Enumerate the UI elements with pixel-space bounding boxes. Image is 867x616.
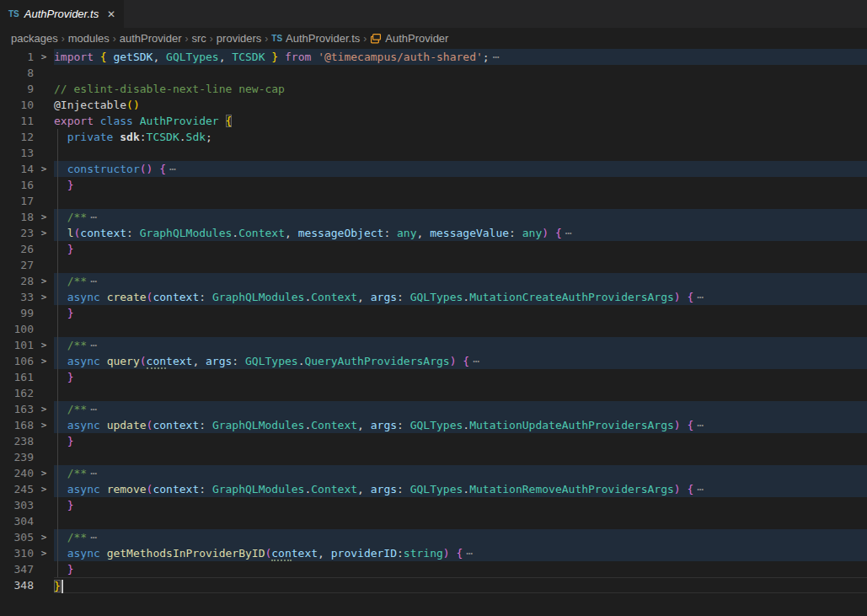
fold-chevron-icon[interactable]: >	[34, 273, 54, 289]
folded-code-ellipsis[interactable]: ⋯	[693, 483, 704, 495]
code-content[interactable]: import { getSDK, GQLTypes, TCSDK } from …	[54, 49, 867, 65]
fold-chevron-icon[interactable]: >	[34, 289, 54, 305]
code-line-106[interactable]: 106> async query(context, args: GQLTypes…	[0, 353, 867, 369]
folded-code-ellipsis[interactable]: ⋯	[87, 275, 97, 287]
code-content[interactable]: /**⋯	[54, 337, 867, 353]
code-line-23[interactable]: 23> l(context: GraphQLModules.Context, m…	[0, 225, 867, 241]
folded-code-ellipsis[interactable]: ⋯	[87, 211, 97, 223]
code-line-305[interactable]: 305> /**⋯	[0, 529, 867, 545]
code-content[interactable]	[54, 145, 867, 161]
fold-chevron-icon[interactable]: >	[34, 545, 54, 561]
code-content[interactable]: async update(context: GraphQLModules.Con…	[54, 417, 867, 433]
fold-chevron-icon[interactable]: >	[34, 225, 54, 241]
code-line-26[interactable]: 26 }	[0, 241, 867, 257]
code-content[interactable]: async create(context: GraphQLModules.Con…	[54, 289, 867, 305]
code-content[interactable]: async getMethodsInProviderByID(context, …	[54, 545, 867, 561]
breadcrumb-item-authprovider[interactable]: AuthProvider	[370, 32, 448, 45]
code-line-162[interactable]: 162	[0, 385, 867, 401]
folded-code-ellipsis[interactable]: ⋯	[87, 403, 97, 415]
code-content[interactable]: /**⋯	[54, 209, 867, 225]
code-content[interactable]: async query(context, args: GQLTypes.Quer…	[54, 353, 867, 369]
code-line-1[interactable]: 1>import { getSDK, GQLTypes, TCSDK } fro…	[0, 49, 867, 65]
breadcrumb-item-packages[interactable]: packages	[11, 32, 58, 45]
folded-code-ellipsis[interactable]: ⋯	[693, 419, 704, 431]
code-content[interactable]	[54, 65, 867, 81]
code-line-99[interactable]: 99 }	[0, 305, 867, 321]
folded-code-ellipsis[interactable]: ⋯	[87, 467, 97, 479]
code-line-100[interactable]: 100	[0, 321, 867, 337]
code-line-11[interactable]: 11export class AuthProvider {	[0, 113, 867, 129]
code-line-17[interactable]: 17	[0, 193, 867, 209]
folded-code-ellipsis[interactable]: ⋯	[469, 355, 479, 367]
code-content[interactable]: }	[54, 305, 867, 321]
code-content[interactable]: /**⋯	[54, 465, 867, 481]
fold-chevron-icon[interactable]: >	[34, 417, 54, 433]
fold-chevron-icon[interactable]: >	[34, 337, 54, 353]
code-content[interactable]: export class AuthProvider {	[54, 113, 867, 129]
code-content[interactable]	[54, 385, 867, 401]
fold-chevron-icon[interactable]: >	[34, 401, 54, 417]
fold-chevron-icon[interactable]: >	[34, 161, 54, 177]
code-content[interactable]: }	[54, 433, 867, 449]
folded-code-ellipsis[interactable]: ⋯	[490, 51, 500, 63]
folded-code-ellipsis[interactable]: ⋯	[87, 531, 97, 544]
fold-chevron-icon[interactable]: >	[34, 209, 54, 225]
code-content[interactable]: constructor() {⋯	[54, 161, 867, 177]
folded-code-ellipsis[interactable]: ⋯	[87, 339, 97, 351]
code-line-239[interactable]: 239	[0, 449, 867, 465]
code-line-304[interactable]: 304	[0, 513, 867, 529]
code-content[interactable]	[54, 193, 867, 209]
code-line-245[interactable]: 245> async remove(context: GraphQLModule…	[0, 481, 867, 497]
fold-chevron-icon[interactable]: >	[34, 49, 54, 65]
code-line-348[interactable]: 348}	[0, 577, 867, 593]
tab-authprovider-ts[interactable]: TS AuthProvider.ts ✕	[0, 0, 124, 28]
fold-chevron-icon[interactable]: >	[34, 529, 54, 545]
fold-chevron-icon[interactable]: >	[34, 465, 54, 481]
code-content[interactable]	[54, 321, 867, 337]
code-line-14[interactable]: 14> constructor() {⋯	[0, 161, 867, 177]
code-content[interactable]: l(context: GraphQLModules.Context, messa…	[54, 225, 867, 241]
code-line-238[interactable]: 238 }	[0, 433, 867, 449]
code-line-33[interactable]: 33> async create(context: GraphQLModules…	[0, 289, 867, 305]
code-content[interactable]	[54, 449, 867, 465]
code-line-161[interactable]: 161 }	[0, 369, 867, 385]
fold-chevron-icon[interactable]: >	[34, 481, 54, 497]
code-content[interactable]: async remove(context: GraphQLModules.Con…	[54, 481, 867, 497]
code-line-9[interactable]: 9// eslint-disable-next-line new-cap	[0, 81, 867, 97]
folded-code-ellipsis[interactable]: ⋯	[562, 227, 572, 239]
code-content[interactable]: /**⋯	[54, 529, 867, 545]
code-line-28[interactable]: 28> /**⋯	[0, 273, 867, 289]
code-content[interactable]	[54, 513, 867, 529]
code-line-13[interactable]: 13	[0, 145, 867, 161]
code-line-163[interactable]: 163> /**⋯	[0, 401, 867, 417]
code-content[interactable]: }	[54, 561, 867, 577]
code-content[interactable]: }	[54, 177, 867, 193]
code-line-12[interactable]: 12 private sdk:TCSDK.Sdk;	[0, 129, 867, 145]
code-line-240[interactable]: 240> /**⋯	[0, 465, 867, 481]
breadcrumb-item-providers[interactable]: providers	[217, 32, 261, 45]
code-line-310[interactable]: 310> async getMethodsInProviderByID(cont…	[0, 545, 867, 561]
code-editor[interactable]: 1>import { getSDK, GQLTypes, TCSDK } fro…	[0, 49, 867, 593]
fold-chevron-icon[interactable]: >	[34, 353, 54, 369]
code-line-303[interactable]: 303 }	[0, 497, 867, 513]
code-line-168[interactable]: 168> async update(context: GraphQLModule…	[0, 417, 867, 433]
code-content[interactable]: /**⋯	[54, 273, 867, 289]
code-content[interactable]	[54, 257, 867, 273]
code-content[interactable]: // eslint-disable-next-line new-cap	[54, 81, 867, 97]
code-content[interactable]: /**⋯	[54, 401, 867, 417]
code-content[interactable]: @Injectable()	[54, 97, 867, 113]
code-line-8[interactable]: 8	[0, 65, 867, 81]
folded-code-ellipsis[interactable]: ⋯	[693, 291, 704, 303]
code-content[interactable]: }	[54, 241, 867, 257]
code-line-347[interactable]: 347 }	[0, 561, 867, 577]
code-line-16[interactable]: 16 }	[0, 177, 867, 193]
code-content[interactable]: private sdk:TCSDK.Sdk;	[54, 129, 867, 145]
code-line-101[interactable]: 101> /**⋯	[0, 337, 867, 353]
code-line-27[interactable]: 27	[0, 257, 867, 273]
close-icon[interactable]: ✕	[105, 8, 117, 21]
breadcrumb-item-authprovider-ts[interactable]: TSAuthProvider.ts	[271, 32, 360, 45]
code-line-18[interactable]: 18> /**⋯	[0, 209, 867, 225]
breadcrumb-item-modules[interactable]: modules	[68, 32, 110, 45]
folded-code-ellipsis[interactable]: ⋯	[166, 163, 176, 175]
folded-code-ellipsis[interactable]: ⋯	[463, 547, 473, 560]
